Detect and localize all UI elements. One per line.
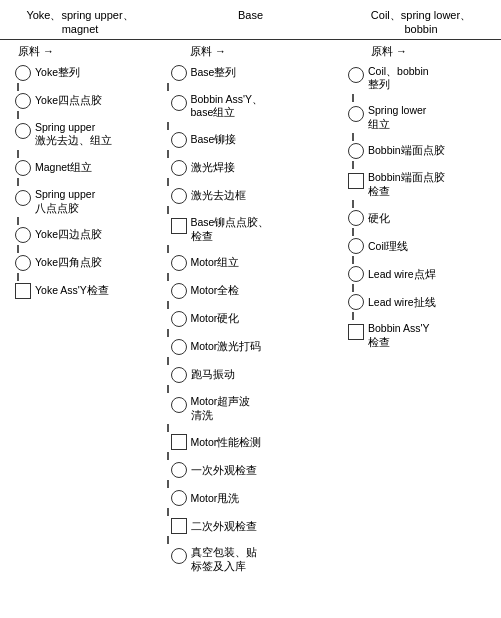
list-item: Bobbin Ass'Y检查 [348, 322, 498, 349]
connector-line [17, 83, 19, 91]
node-label: 一次外观检查 [191, 464, 331, 478]
process-circle [171, 160, 187, 176]
node-label: 激光焊接 [191, 161, 331, 175]
connector-line [352, 133, 354, 141]
process-circle [171, 132, 187, 148]
node-label: Magnet组立 [35, 161, 155, 175]
node-label: 跑马振动 [191, 368, 331, 382]
col3-header: Coil、spring lower、bobbin [341, 8, 501, 37]
process-circle [15, 255, 31, 271]
connector-line [17, 111, 19, 119]
node-label: Motor激光打码 [191, 340, 331, 354]
list-item: Motor硬化 [171, 311, 331, 327]
node-label: Bobbin端面点胶检查 [368, 171, 498, 198]
process-circle [171, 367, 187, 383]
process-circle [171, 95, 187, 111]
connector-line [167, 480, 169, 488]
node-label: Yoke Ass'Y检查 [35, 284, 155, 298]
node-label: Coil理线 [368, 240, 498, 254]
node-label: Motor性能检测 [191, 436, 331, 450]
connector-line [352, 228, 354, 236]
list-item: 激光焊接 [171, 160, 331, 176]
process-square [15, 283, 31, 299]
connector-line [352, 312, 354, 320]
list-item: Spring upper激光去边、组立 [15, 121, 155, 148]
list-item: Lead wire点焊 [348, 266, 498, 282]
node-label: Yoke四角点胶 [35, 256, 155, 270]
node-label: Spring lower组立 [368, 104, 498, 131]
node-label: Base整列 [191, 66, 331, 80]
connector-line [167, 357, 169, 365]
node-label: Motor甩洗 [191, 492, 331, 506]
process-circle [15, 190, 31, 206]
list-item: Base铆接 [171, 132, 331, 148]
connector-line [167, 508, 169, 516]
connector-line [167, 245, 169, 253]
list-item: Yoke四点点胶 [15, 93, 155, 109]
process-circle [348, 143, 364, 159]
col1-header: Yoke、spring upper、magnet [0, 8, 160, 37]
list-item: Bobbin Ass'Y、base组立 [171, 93, 331, 120]
connector-line [17, 150, 19, 158]
list-item: Motor组立 [171, 255, 331, 271]
col2-subheader: 原料 → [160, 44, 341, 59]
connector-line [17, 217, 19, 225]
connector-line [167, 273, 169, 281]
list-item: Motor甩洗 [171, 490, 331, 506]
list-item: 真空包装、贴标签及入库 [171, 546, 331, 573]
process-circle [171, 311, 187, 327]
list-item: Spring upper八点点胶 [15, 188, 155, 215]
node-label: Lead wire点焊 [368, 268, 498, 282]
list-item: Base铆点点胶、检查 [171, 216, 331, 243]
process-circle [171, 490, 187, 506]
process-circle [171, 255, 187, 271]
subheader-row: 原料 → 原料 → 原料 → [0, 44, 501, 59]
list-item: 一次外观检查 [171, 462, 331, 478]
process-circle [15, 227, 31, 243]
connector-line [17, 245, 19, 253]
connector-line [167, 452, 169, 460]
list-item: Bobbin端面点胶 [348, 143, 498, 159]
process-circle [348, 67, 364, 83]
connector-line [17, 178, 19, 186]
connector-line [352, 200, 354, 208]
list-item: Yoke Ass'Y检查 [15, 283, 155, 299]
node-label: Coil、bobbin整列 [368, 65, 498, 92]
list-item: Base整列 [171, 65, 331, 81]
list-item: Motor全检 [171, 283, 331, 299]
page-container: Yoke、spring upper、magnet Base Coil、sprin… [0, 0, 501, 618]
col2-header: Base [160, 8, 341, 37]
process-circle [15, 123, 31, 139]
process-circle [348, 210, 364, 226]
process-circle [171, 339, 187, 355]
connector-line [167, 150, 169, 158]
process-circle [348, 238, 364, 254]
header-row: Yoke、spring upper、magnet Base Coil、sprin… [0, 8, 501, 37]
connector-line [167, 178, 169, 186]
connector-line [352, 284, 354, 292]
node-label: 真空包装、贴标签及入库 [191, 546, 331, 573]
connector-line [17, 273, 19, 281]
process-circle [348, 106, 364, 122]
process-circle [171, 283, 187, 299]
process-circle [348, 294, 364, 310]
connector-line [167, 385, 169, 393]
process-circle [15, 65, 31, 81]
node-label: Bobbin Ass'Y检查 [368, 322, 498, 349]
process-square [348, 324, 364, 340]
process-circle [15, 93, 31, 109]
connector-line [167, 83, 169, 91]
list-item: Spring lower组立 [348, 104, 498, 131]
node-label: Yoke四边点胶 [35, 228, 155, 242]
col-right: Coil、bobbin整列 Spring lower组立 Bobbin端面点胶 … [341, 63, 501, 352]
process-circle [171, 188, 187, 204]
connector-line [167, 301, 169, 309]
node-label: Yoke四点点胶 [35, 94, 155, 108]
list-item: 硬化 [348, 210, 498, 226]
process-circle [171, 397, 187, 413]
node-label: Spring upper激光去边、组立 [35, 121, 155, 148]
node-label: Motor组立 [191, 256, 331, 270]
col3-subheader: 原料 → [341, 44, 501, 59]
connector-line [167, 329, 169, 337]
node-label: Bobbin端面点胶 [368, 144, 498, 158]
